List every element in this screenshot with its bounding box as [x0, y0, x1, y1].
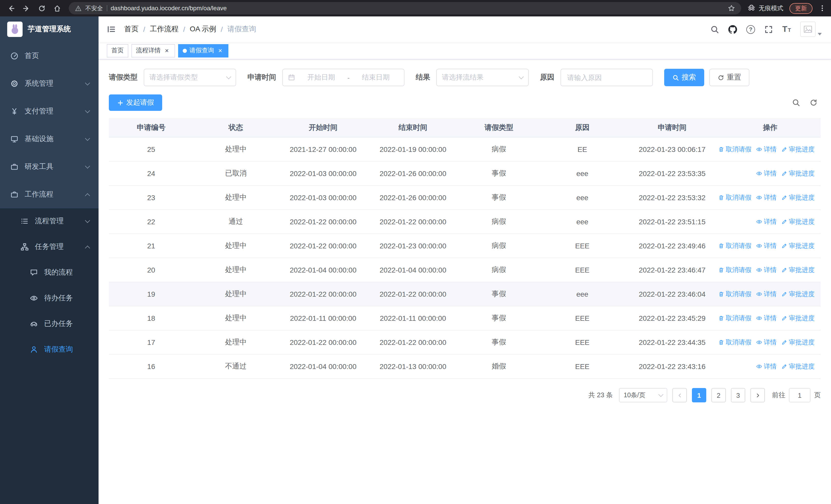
action-cancel-link[interactable]: 取消请假 [720, 314, 751, 323]
sidebar-item-todo-tasks[interactable]: 待办任务 [0, 285, 98, 311]
action-progress-link[interactable]: 审批进度 [781, 145, 814, 154]
action-progress-link[interactable]: 审批进度 [781, 169, 814, 178]
action-cancel-link[interactable]: 取消请假 [720, 193, 751, 202]
sidebar-item-payment-management[interactable]: 支付管理 [0, 97, 98, 125]
browser-menu-icon[interactable] [819, 5, 826, 12]
leave-type-select[interactable]: 请选择请假类型 [144, 69, 236, 86]
sidebar-item-leave-query[interactable]: 请假查询 [0, 337, 98, 362]
github-icon[interactable] [728, 25, 737, 34]
cell-apply-time: 2022-01-22 23:53:35 [625, 169, 720, 178]
action-progress-link[interactable]: 审批进度 [781, 217, 814, 226]
refresh-icon[interactable] [36, 3, 47, 14]
app-logo [7, 22, 23, 37]
action-cancel-link[interactable]: 取消请假 [720, 241, 751, 250]
sidebar-item-my-processes[interactable]: 我的流程 [0, 260, 98, 285]
search-icon[interactable] [710, 25, 719, 34]
view-tag[interactable]: 请假查询 [178, 44, 228, 57]
fullscreen-icon[interactable] [764, 25, 773, 34]
action-detail-link[interactable]: 详情 [756, 266, 777, 274]
eye-icon [756, 170, 762, 177]
page-button-3[interactable]: 3 [731, 388, 745, 403]
sidebar-item-home[interactable]: 首页 [0, 42, 98, 70]
create-leave-button[interactable]: 发起请假 [109, 94, 162, 111]
action-progress-link[interactable]: 审批进度 [781, 193, 814, 202]
cell-apply-time: 2022-01-22 23:43:16 [625, 362, 720, 370]
yen-icon [10, 107, 19, 116]
app-logo-row[interactable]: 芋道管理系统 [0, 17, 98, 42]
action-detail-link[interactable]: 详情 [756, 217, 777, 226]
close-icon[interactable] [163, 47, 170, 54]
date-range-picker[interactable]: 开始日期 - 结束日期 [282, 69, 404, 86]
action-progress-link[interactable]: 审批进度 [781, 241, 814, 250]
sidebar-item-done-tasks[interactable]: 已办任务 [0, 311, 98, 337]
page-button-1[interactable]: 1 [692, 388, 706, 403]
font-size-icon[interactable] [782, 25, 791, 34]
home-icon[interactable] [51, 3, 63, 14]
action-detail-link[interactable]: 详情 [756, 314, 777, 323]
sidebar-item-system-management[interactable]: 系统管理 [0, 70, 98, 97]
table-row: 17 处理中 2022-01-22 00:00:00 2022-01-22 00… [109, 330, 821, 355]
action-progress-link[interactable]: 审批进度 [781, 314, 814, 323]
view-tag[interactable]: 流程详情 [132, 44, 175, 57]
action-detail-link[interactable]: 详情 [756, 193, 777, 202]
breadcrumb-item[interactable]: OA 示例 [190, 25, 216, 34]
sidebar-collapse-icon[interactable] [98, 17, 124, 42]
update-button[interactable]: 更新 [790, 3, 812, 13]
breadcrumb-separator: / [183, 25, 185, 33]
url-text[interactable]: dashboard.yudao.iocoder.cn/bpm/oa/leave [111, 5, 724, 12]
action-progress-link[interactable]: 审批进度 [781, 338, 814, 347]
reset-button[interactable]: 重置 [709, 69, 749, 86]
bookmark-star-icon[interactable] [728, 5, 735, 12]
search-button[interactable]: 搜索 [664, 69, 704, 86]
goto-page-input[interactable] [789, 388, 810, 403]
help-icon[interactable] [746, 25, 755, 34]
security-warning-icon[interactable] [75, 5, 82, 11]
action-cancel-link[interactable]: 取消请假 [720, 290, 751, 298]
back-icon[interactable] [5, 3, 17, 14]
sidebar-item-task-management[interactable]: 任务管理 [0, 234, 98, 260]
breadcrumb-item[interactable]: 首页 [124, 25, 139, 34]
action-progress-link[interactable]: 审批进度 [781, 266, 814, 274]
forward-icon[interactable] [21, 3, 32, 14]
sidebar-item-dev-tools[interactable]: 研发工具 [0, 153, 98, 181]
toggle-search-icon[interactable] [792, 98, 800, 107]
eye-icon [756, 267, 762, 273]
result-select[interactable]: 请选择流结果 [436, 69, 529, 86]
sidebar-item-infrastructure[interactable]: 基础设施 [0, 125, 98, 153]
action-cancel-link[interactable]: 取消请假 [720, 145, 751, 154]
action-detail-link[interactable]: 详情 [756, 241, 777, 250]
chevron-icon [85, 217, 90, 223]
next-page-button[interactable] [750, 388, 765, 403]
cell-apply-id: 21 [109, 242, 194, 250]
sidebar-item-label: 基础设施 [25, 135, 86, 144]
action-cancel-link[interactable]: 取消请假 [720, 338, 751, 347]
action-detail-link[interactable]: 详情 [756, 169, 777, 178]
cell-actions: 详情审批进度 [720, 217, 821, 226]
action-detail-link[interactable]: 详情 [756, 338, 777, 347]
breadcrumb-item[interactable]: 工作流程 [150, 25, 179, 34]
cell-end-time: 2022-01-22 00:00:00 [368, 290, 458, 298]
sidebar-item-workflow[interactable]: 工作流程 [0, 181, 98, 208]
sidebar-item-process-management[interactable]: 流程管理 [0, 208, 98, 234]
action-detail-link[interactable]: 详情 [756, 362, 777, 371]
user-avatar[interactable] [800, 22, 822, 37]
close-icon[interactable] [217, 47, 224, 54]
action-progress-link[interactable]: 审批进度 [781, 362, 814, 371]
user-icon [30, 346, 38, 354]
address-bar[interactable]: 不安全 dashboard.yudao.iocoder.cn/bpm/oa/le… [69, 2, 741, 14]
action-detail-link[interactable]: 详情 [756, 145, 777, 154]
prev-page-button[interactable] [672, 388, 687, 403]
end-date-placeholder[interactable]: 结束日期 [353, 73, 399, 82]
action-cancel-link[interactable]: 取消请假 [720, 266, 751, 274]
cell-end-time: 2022-01-13 00:00:00 [368, 362, 458, 370]
view-tag[interactable]: 首页 [107, 44, 128, 57]
action-detail-link[interactable]: 详情 [756, 290, 777, 298]
trash-icon [720, 339, 724, 346]
page-button-2[interactable]: 2 [711, 388, 726, 403]
start-date-placeholder[interactable]: 开始日期 [298, 73, 344, 82]
reason-input[interactable] [561, 69, 653, 86]
action-progress-link[interactable]: 审批进度 [781, 290, 814, 298]
eye-icon [756, 363, 762, 369]
refresh-table-icon[interactable] [809, 98, 818, 107]
page-size-select[interactable]: 10条/页 [619, 388, 667, 403]
